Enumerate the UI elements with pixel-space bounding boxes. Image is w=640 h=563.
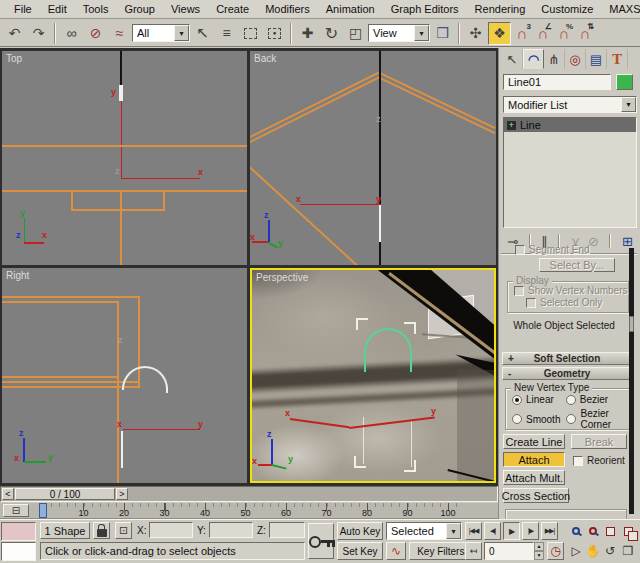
current-frame-field[interactable]: 0: [484, 542, 534, 560]
mini-curve-editor-icon[interactable]: ⊟: [3, 504, 29, 517]
zoom-icon[interactable]: [568, 522, 584, 540]
scrollbar-thumb[interactable]: [629, 316, 634, 332]
menu-views[interactable]: Views: [163, 1, 208, 18]
previous-frame-arrow[interactable]: <: [2, 488, 14, 500]
select-by-button[interactable]: Select By...: [539, 258, 615, 272]
track-bar-ruler[interactable]: 0 10 20 30 40 50 60 70 80 90 100: [33, 503, 495, 519]
tab-hierarchy-icon[interactable]: ⋔: [544, 49, 565, 69]
selection-lock-icon[interactable]: [93, 522, 110, 539]
time-configuration-icon[interactable]: ◷: [547, 542, 564, 560]
viewport-top-label[interactable]: Top: [6, 53, 22, 64]
maxscript-listener[interactable]: [1, 542, 36, 561]
previous-frame-button[interactable]: ◀|: [484, 522, 501, 540]
current-frame-marker[interactable]: [39, 503, 47, 518]
break-button[interactable]: Break: [571, 434, 627, 449]
time-slider-thumb[interactable]: 0 / 100: [15, 488, 115, 500]
cross-section-button[interactable]: Cross Section: [503, 488, 569, 503]
menu-tools[interactable]: Tools: [75, 1, 117, 18]
create-line-button[interactable]: Create Line: [503, 434, 565, 449]
next-frame-button[interactable]: |▶: [522, 522, 539, 540]
bind-to-spacewarp-icon[interactable]: ≈: [108, 22, 131, 45]
viewport-right-label[interactable]: Right: [6, 270, 29, 281]
object-name-field[interactable]: Line01: [503, 74, 611, 90]
select-and-link-icon[interactable]: ∞: [60, 22, 83, 45]
tab-display-icon[interactable]: ▤: [586, 49, 607, 69]
selection-filter-dropdown[interactable]: All ▾: [132, 24, 190, 42]
menu-group[interactable]: Group: [116, 1, 163, 18]
reference-coordinate-dropdown[interactable]: View ▾: [368, 24, 430, 42]
x-coordinate-field[interactable]: [149, 522, 193, 538]
configure-modifier-sets-icon[interactable]: ⊞: [622, 234, 633, 249]
unlink-selection-icon[interactable]: ⊘: [84, 22, 107, 45]
selected-only-checkbox[interactable]: Selected Only: [526, 297, 628, 308]
z-coordinate-field[interactable]: [269, 522, 305, 538]
zoom-all-icon[interactable]: [585, 522, 601, 540]
viewport-back[interactable]: Back x y z z x y: [250, 51, 496, 265]
set-keys-button[interactable]: [308, 523, 334, 559]
viewport-perspective-label[interactable]: Perspective: [256, 272, 308, 283]
menu-edit[interactable]: Edit: [40, 1, 75, 18]
set-key-button[interactable]: Set Key: [337, 542, 383, 560]
frame-spinner[interactable]: ▲ ▼: [534, 542, 544, 560]
key-mode-toggle[interactable]: ↤: [465, 542, 482, 560]
viewport-right[interactable]: Right z x y z x y: [2, 268, 247, 483]
object-color-swatch[interactable]: [616, 74, 633, 90]
attach-mult-button[interactable]: Attach Mult.: [503, 470, 565, 485]
select-and-move-icon[interactable]: ✚: [296, 22, 319, 45]
panel-scrollbar[interactable]: [629, 248, 634, 514]
snaps-toggle-icon[interactable]: ❖: [488, 22, 511, 45]
min-max-toggle-icon[interactable]: ❐: [620, 542, 636, 560]
next-frame-arrow[interactable]: >: [116, 488, 128, 500]
zoom-extents-icon[interactable]: [602, 522, 618, 540]
menu-maxscript[interactable]: MAXScript: [601, 1, 640, 18]
expand-icon[interactable]: +: [507, 121, 516, 130]
select-and-rotate-icon[interactable]: ↻: [320, 22, 343, 45]
go-to-start-button[interactable]: |◀◀: [465, 522, 482, 540]
pan-icon[interactable]: ✋: [585, 542, 601, 560]
go-to-end-button[interactable]: ▶▶|: [541, 522, 558, 540]
key-filter-scope-dropdown[interactable]: Selected ▾: [386, 522, 462, 540]
segment-end-checkbox[interactable]: Segment End: [515, 244, 590, 255]
menu-customize[interactable]: Customize: [533, 1, 601, 18]
stack-item-line[interactable]: + Line: [504, 118, 636, 132]
absolute-mode-icon[interactable]: ⊡: [115, 522, 132, 539]
arc-rotate-icon[interactable]: ↺: [602, 542, 618, 560]
time-slider-track[interactable]: < 0 / 100 >: [0, 486, 498, 502]
checkbox-icon[interactable]: [514, 286, 524, 296]
dropdown-arrow-icon[interactable]: ▾: [414, 25, 429, 41]
snap-3d-icon[interactable]: ∩3: [512, 22, 532, 45]
macro-recorder-listener[interactable]: [1, 522, 36, 541]
attach-button[interactable]: Attach: [503, 452, 565, 467]
select-object-icon[interactable]: ↖: [191, 22, 214, 45]
spinner-up-icon[interactable]: ▲: [534, 542, 544, 551]
radio-bezier-corner[interactable]: [566, 414, 576, 424]
radio-bezier[interactable]: [566, 395, 576, 405]
radio-linear[interactable]: [512, 395, 522, 405]
default-tangent-icon[interactable]: ∿: [386, 542, 406, 560]
checkbox-icon[interactable]: [515, 245, 525, 255]
geometry-rollout[interactable]: - Geometry: [502, 367, 632, 380]
field-of-view-icon[interactable]: ▷: [568, 542, 584, 560]
menu-animation[interactable]: Animation: [318, 1, 383, 18]
dropdown-arrow-icon[interactable]: ▾: [174, 25, 189, 41]
spinner-down-icon[interactable]: ▼: [534, 551, 544, 560]
y-coordinate-field[interactable]: [209, 522, 253, 538]
spinner-snap-icon[interactable]: ∩⇅: [575, 22, 595, 45]
select-and-scale-icon[interactable]: ◰: [344, 22, 367, 45]
tab-utilities-icon[interactable]: T: [607, 49, 628, 69]
viewport-top[interactable]: Top y x z y x z: [2, 51, 247, 265]
show-vertex-numbers-checkbox[interactable]: Show Vertex Numbers: [514, 285, 628, 296]
soft-selection-rollout[interactable]: + Soft Selection: [502, 352, 632, 365]
select-by-name-icon[interactable]: ≡: [215, 22, 238, 45]
percent-snap-icon[interactable]: ∩%: [554, 22, 574, 45]
checkbox-icon[interactable]: [526, 298, 536, 308]
menu-rendering[interactable]: Rendering: [467, 1, 534, 18]
reorient-checkbox[interactable]: Reorient: [573, 455, 625, 466]
redo-icon[interactable]: ↷: [27, 22, 50, 45]
window-crossing-icon[interactable]: ●: [263, 22, 286, 45]
auto-key-button[interactable]: Auto Key: [337, 522, 383, 540]
menu-modifiers[interactable]: Modifiers: [257, 1, 318, 18]
use-pivot-point-center-icon[interactable]: ❒: [431, 22, 454, 45]
rectangular-selection-region-icon[interactable]: [239, 22, 262, 45]
select-and-manipulate-icon[interactable]: ✣: [464, 22, 487, 45]
